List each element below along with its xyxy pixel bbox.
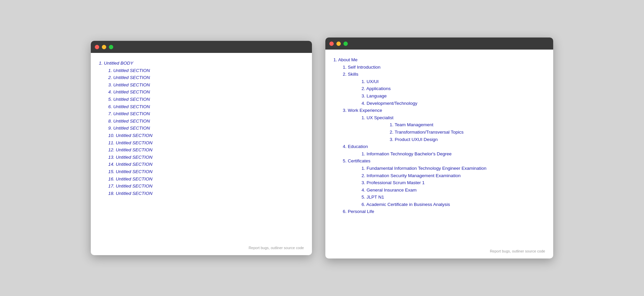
list-item[interactable]: 3. Language (362, 92, 545, 100)
tree-label[interactable]: 2. Information Security Management Exami… (362, 173, 461, 178)
maximize-button[interactable] (109, 45, 113, 49)
list-item[interactable]: 1. UX Specialist1. Team Management2. Tra… (362, 114, 545, 143)
list-item[interactable]: 1. Untitled SECTION (108, 67, 304, 74)
tree-label[interactable]: 1. Fundamental Information Technology En… (362, 166, 487, 171)
section-label[interactable]: 2. Untitled SECTION (108, 75, 150, 80)
right-outline-tree: 1. About Me1. Self Introduction2. Skills… (333, 56, 545, 246)
list-item[interactable]: 2. Information Security Management Exami… (362, 172, 545, 179)
list-item[interactable]: 18. Untitled SECTION (108, 190, 304, 197)
section-label[interactable]: 9. Untitled SECTION (108, 126, 150, 131)
section-label[interactable]: 10. Untitled SECTION (108, 133, 152, 138)
list-item[interactable]: 6. Academic Certificate in Business Anal… (362, 201, 545, 208)
section-label[interactable]: 13. Untitled SECTION (108, 155, 152, 160)
list-item[interactable]: 5. Untitled SECTION (108, 96, 304, 103)
section-label[interactable]: 8. Untitled SECTION (108, 119, 150, 124)
tree-label[interactable]: 3. Work Experience (343, 108, 382, 113)
list-item[interactable]: 1. Team Management (390, 121, 545, 129)
tree-label[interactable]: 2. Applications (362, 86, 391, 91)
list-item[interactable]: 11. Untitled SECTION (108, 139, 304, 147)
list-item[interactable]: 4. Development/Technology (362, 100, 545, 107)
tree-label[interactable]: 2. Transformation/Transversal Topics (390, 130, 464, 135)
list-item[interactable]: 2. Applications (362, 85, 545, 92)
list-item[interactable]: 3. Professional Scrum Master 1 (362, 179, 545, 187)
root-body-label[interactable]: 1. Untitled BODY (99, 61, 133, 66)
list-item[interactable]: 1. About Me1. Self Introduction2. Skills… (333, 56, 545, 215)
list-item[interactable]: 1. Fundamental Information Technology En… (362, 165, 545, 172)
tree-label[interactable]: 1. About Me (333, 57, 358, 62)
close-button[interactable] (95, 45, 99, 49)
tree-label[interactable]: 1. Self Introduction (343, 65, 381, 70)
tree-label[interactable]: 6. Personal Life (343, 209, 374, 214)
maximize-button-right[interactable] (343, 42, 348, 46)
list-item[interactable]: 17. Untitled SECTION (108, 182, 304, 190)
right-content: 1. About Me1. Self Introduction2. Skills… (325, 50, 553, 258)
list-item[interactable]: 3. Work Experience1. UX Specialist1. Tea… (343, 107, 545, 143)
section-label[interactable]: 5. Untitled SECTION (108, 97, 150, 102)
tree-label[interactable]: 5. Certificates (343, 158, 371, 163)
list-item[interactable]: 2. Skills1. UX/UI2. Applications3. Langu… (343, 71, 545, 107)
list-item[interactable]: 4. Untitled SECTION (108, 88, 304, 96)
left-outline-tree: 1. Untitled BODY 1. Untitled SECTION2. U… (99, 60, 304, 243)
left-window: 1. Untitled BODY 1. Untitled SECTION2. U… (91, 41, 312, 255)
section-label[interactable]: 18. Untitled SECTION (108, 191, 152, 196)
tree-label[interactable]: 3. Language (362, 93, 387, 98)
section-label[interactable]: 6. Untitled SECTION (108, 104, 150, 109)
list-item[interactable]: 4. Education1. Information Technology Ba… (343, 143, 545, 157)
list-item[interactable]: 4. General Insurance Exam (362, 187, 545, 194)
list-item[interactable]: 16. Untitled SECTION (108, 175, 304, 183)
section-label[interactable]: 11. Untitled SECTION (108, 140, 152, 145)
right-titlebar (325, 38, 553, 50)
tree-label[interactable]: 4. Education (343, 144, 368, 149)
section-label[interactable]: 17. Untitled SECTION (108, 183, 152, 189)
tree-label[interactable]: 4. General Insurance Exam (362, 188, 416, 193)
list-item[interactable]: 15. Untitled SECTION (108, 168, 304, 175)
list-item[interactable]: 1. Information Technology Bachelor's Deg… (362, 150, 545, 158)
tree-label[interactable]: 3. Professional Scrum Master 1 (362, 180, 425, 185)
section-label[interactable]: 12. Untitled SECTION (108, 147, 152, 152)
tree-label[interactable]: 2. Skills (343, 72, 359, 77)
section-label[interactable]: 15. Untitled SECTION (108, 169, 152, 174)
tree-label[interactable]: 1. UX/UI (362, 79, 379, 84)
section-label[interactable]: 16. Untitled SECTION (108, 176, 152, 181)
list-item[interactable]: 8. Untitled SECTION (108, 118, 304, 125)
list-item[interactable]: 12. Untitled SECTION (108, 146, 304, 154)
left-content: 1. Untitled BODY 1. Untitled SECTION2. U… (91, 53, 312, 255)
tree-label[interactable]: 4. Development/Technology (362, 101, 417, 106)
list-item[interactable]: 5. Certificates1. Fundamental Informatio… (343, 157, 545, 208)
list-item[interactable]: 13. Untitled SECTION (108, 154, 304, 161)
left-footer-text: Report bugs, outliner source code (249, 246, 304, 250)
right-footer-text: Report bugs, outliner source code (490, 249, 545, 253)
list-item[interactable]: 3. Untitled SECTION (108, 81, 304, 89)
list-item[interactable]: 3. Product UXUI Design (390, 136, 545, 143)
root-body-item[interactable]: 1. Untitled BODY 1. Untitled SECTION2. U… (99, 60, 304, 197)
right-window: 1. About Me1. Self Introduction2. Skills… (325, 38, 553, 258)
list-item[interactable]: 6. Untitled SECTION (108, 103, 304, 110)
minimize-button[interactable] (102, 45, 106, 49)
list-item[interactable]: 2. Transformation/Transversal Topics (390, 129, 545, 136)
list-item[interactable]: 14. Untitled SECTION (108, 161, 304, 168)
right-footer: Report bugs, outliner source code (333, 246, 545, 253)
section-label[interactable]: 1. Untitled SECTION (108, 68, 150, 73)
list-item[interactable]: 5. JLPT N1 (362, 194, 545, 201)
tree-label[interactable]: 1. Team Management (390, 122, 433, 127)
list-item[interactable]: 6. Personal Life (343, 208, 545, 215)
list-item[interactable]: 1. UX/UI (362, 78, 545, 85)
left-footer: Report bugs, outliner source code (99, 243, 304, 250)
tree-label[interactable]: 3. Product UXUI Design (390, 137, 438, 142)
list-item[interactable]: 10. Untitled SECTION (108, 132, 304, 139)
section-label[interactable]: 4. Untitled SECTION (108, 89, 150, 94)
list-item[interactable]: 2. Untitled SECTION (108, 74, 304, 81)
left-titlebar (91, 41, 312, 53)
tree-label[interactable]: 1. UX Specialist (362, 115, 393, 120)
list-item[interactable]: 7. Untitled SECTION (108, 110, 304, 118)
section-label[interactable]: 7. Untitled SECTION (108, 111, 150, 116)
minimize-button-right[interactable] (336, 42, 341, 46)
tree-label[interactable]: 5. JLPT N1 (362, 195, 384, 200)
list-item[interactable]: 9. Untitled SECTION (108, 125, 304, 132)
tree-label[interactable]: 1. Information Technology Bachelor's Deg… (362, 151, 452, 156)
section-label[interactable]: 3. Untitled SECTION (108, 82, 150, 87)
section-label[interactable]: 14. Untitled SECTION (108, 162, 152, 167)
tree-label[interactable]: 6. Academic Certificate in Business Anal… (362, 202, 450, 207)
list-item[interactable]: 1. Self Introduction (343, 64, 545, 71)
close-button-right[interactable] (329, 42, 334, 46)
